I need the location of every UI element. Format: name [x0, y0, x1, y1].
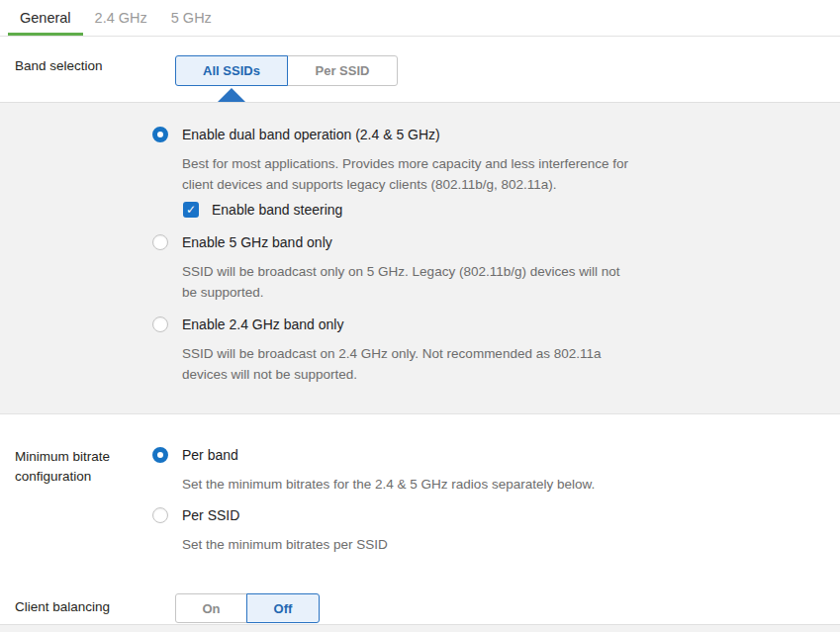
- band-options-panel: Enable dual band operation (2.4 & 5 GHz)…: [0, 102, 840, 414]
- radio-selected-icon[interactable]: [152, 447, 168, 463]
- radio-unselected-icon[interactable]: [152, 234, 168, 250]
- radio-5ghz-only-description: SSID will be broadcast only on 5 GHz. Le…: [182, 261, 655, 303]
- band-steering-label: Enable band steering: [212, 202, 342, 218]
- radio-5ghz-only-label: Enable 5 GHz band only: [182, 234, 332, 250]
- tab-5-ghz[interactable]: 5 GHz: [159, 0, 224, 36]
- radio-settings-page: General 2.4 GHz 5 GHz Band selection All…: [0, 0, 840, 632]
- radio-per-ssid[interactable]: Per SSID: [152, 507, 840, 523]
- radio-24ghz-only-description: SSID will be broadcast on 2.4 GHz only. …: [182, 343, 655, 385]
- radio-selected-icon[interactable]: [152, 127, 168, 142]
- per-ssid-button[interactable]: Per SSID: [287, 55, 398, 86]
- minimum-bitrate-section: Minimum bitrate configuration Per band S…: [0, 414, 840, 555]
- radio-per-ssid-description: Set the minimum bitrates per SSID: [182, 534, 655, 555]
- radio-dual-band-label: Enable dual band operation (2.4 & 5 GHz): [182, 127, 440, 142]
- tab-2-4-ghz[interactable]: 2.4 GHz: [83, 0, 159, 36]
- client-balancing-toggle: On Off: [175, 593, 320, 623]
- radio-24ghz-only[interactable]: Enable 2.4 GHz band only: [152, 316, 840, 332]
- radio-dual-band[interactable]: Enable dual band operation (2.4 & 5 GHz): [152, 127, 840, 142]
- radio-unselected-icon[interactable]: [152, 507, 168, 523]
- radio-per-ssid-label: Per SSID: [182, 507, 239, 523]
- minimum-bitrate-label: Minimum bitrate configuration: [0, 447, 152, 555]
- radio-unselected-icon[interactable]: [152, 316, 168, 332]
- client-balancing-label: Client balancing: [0, 593, 152, 623]
- radio-24ghz-only-label: Enable 2.4 GHz band only: [182, 316, 343, 332]
- radio-per-band[interactable]: Per band: [152, 447, 840, 463]
- tab-bar: General 2.4 GHz 5 GHz: [0, 0, 840, 37]
- checkbox-checked-icon[interactable]: ✓: [183, 202, 199, 218]
- radio-per-band-description: Set the minimum bitrates for the 2.4 & 5…: [182, 474, 655, 495]
- client-balancing-on-button[interactable]: On: [175, 593, 247, 623]
- radio-dual-band-description: Best for most applications. Provides mor…: [182, 153, 655, 195]
- band-selection-label: Band selection: [0, 37, 152, 102]
- client-balancing-off-button[interactable]: Off: [246, 593, 320, 623]
- caret-up-icon: [218, 88, 245, 102]
- band-selection-row: Band selection All SSIDs Per SSID: [0, 37, 840, 102]
- radio-5ghz-only[interactable]: Enable 5 GHz band only: [152, 234, 840, 250]
- band-steering-checkbox-row[interactable]: ✓ Enable band steering: [183, 202, 840, 218]
- all-ssids-button[interactable]: All SSIDs: [175, 55, 288, 86]
- band-selection-toggle: All SSIDs Per SSID: [175, 55, 398, 102]
- tab-general[interactable]: General: [8, 0, 83, 36]
- client-balancing-row: Client balancing On Off: [0, 593, 840, 623]
- next-section-edge: [0, 624, 840, 632]
- radio-per-band-label: Per band: [182, 447, 238, 463]
